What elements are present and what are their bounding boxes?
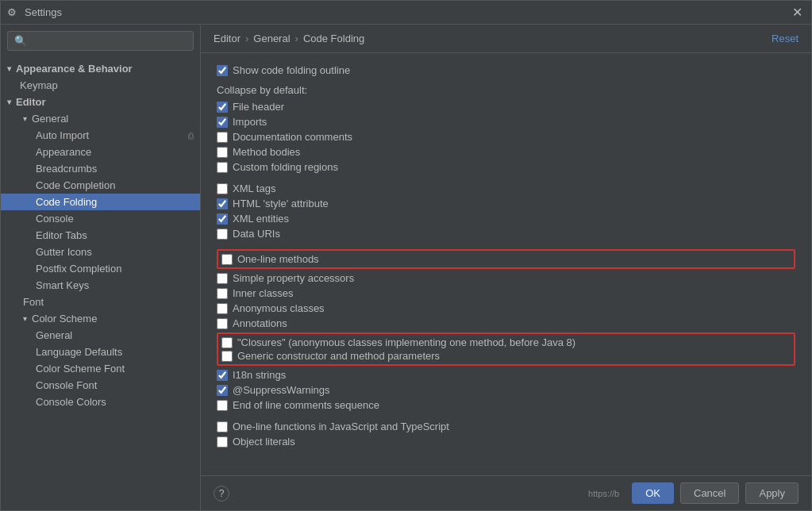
custom-folding-checkbox[interactable]: [217, 162, 228, 173]
sidebar: 🔍 ▾ Appearance & Behavior Keymap ▾ Edito…: [1, 25, 201, 510]
breadcrumb-sep2: ›: [295, 33, 298, 44]
sidebar-item-smart-keys[interactable]: Smart Keys: [1, 277, 200, 294]
object-literals-checkbox[interactable]: [217, 436, 228, 448]
apply-button[interactable]: Apply: [745, 482, 799, 504]
one-line-methods-checkbox[interactable]: [221, 254, 233, 265]
sidebar-item-general[interactable]: ▾ General: [1, 110, 200, 127]
method-bodies-label: Method bodies: [233, 146, 300, 158]
reset-button[interactable]: Reset: [772, 33, 799, 44]
sidebar-item-keymap[interactable]: Keymap: [1, 77, 200, 94]
main-panel: Editor › General › Code Folding Reset Sh…: [201, 25, 811, 510]
sidebar-item-code-completion[interactable]: Code Completion: [1, 177, 200, 194]
method-bodies-row: Method bodies: [217, 144, 795, 159]
closures-checkbox[interactable]: [221, 337, 233, 348]
xml-entities-row: XML entities: [217, 211, 795, 226]
help-button[interactable]: ?: [214, 486, 229, 501]
window-title: Settings: [25, 6, 789, 18]
html-style-row: HTML 'style' attribute: [217, 196, 795, 211]
breadcrumb: Editor › General › Code Folding Reset: [201, 25, 811, 53]
search-input[interactable]: [30, 35, 187, 47]
sidebar-item-breadcrumbs[interactable]: Breadcrumbs: [1, 160, 200, 177]
show-outline-label: Show code folding outline: [233, 64, 350, 76]
collapse-label: Collapse by default:: [217, 78, 795, 99]
inner-classes-checkbox[interactable]: [217, 288, 228, 299]
inner-classes-label: Inner classes: [233, 287, 294, 299]
sidebar-item-postfix-completion[interactable]: Postfix Completion: [1, 260, 200, 277]
custom-folding-row: Custom folding regions: [217, 159, 795, 175]
anonymous-classes-row: Anonymous classes: [217, 301, 795, 316]
search-icon: 🔍: [14, 35, 27, 47]
one-line-methods-label: One-line methods: [237, 253, 319, 265]
xml-tags-checkbox[interactable]: [217, 183, 228, 194]
closures-row: "Closures" (anonymous classes implementi…: [221, 336, 791, 349]
doc-comments-row: Documentation comments: [217, 129, 795, 144]
breadcrumb-sep1: ›: [245, 33, 248, 44]
expand-arrow: ▾: [23, 114, 27, 123]
sidebar-item-appearance[interactable]: Appearance: [1, 144, 200, 160]
sidebar-item-gutter-icons[interactable]: Gutter Icons: [1, 244, 200, 260]
sidebar-item-editor[interactable]: ▾ Editor: [1, 94, 200, 110]
close-button[interactable]: ✕: [789, 5, 805, 21]
sidebar-item-console-colors[interactable]: Console Colors: [1, 394, 200, 410]
breadcrumb-path: Editor › General › Code Folding: [214, 33, 364, 44]
file-header-checkbox[interactable]: [217, 102, 228, 113]
data-uris-checkbox[interactable]: [217, 229, 228, 240]
expand-arrow: ▾: [7, 64, 11, 73]
simple-property-row: Simple property accessors: [217, 271, 795, 286]
object-literals-row: Object literals: [217, 434, 795, 449]
one-line-functions-row: One-line functions in JavaScript and Typ…: [217, 419, 795, 434]
sidebar-item-color-scheme-font[interactable]: Color Scheme Font: [1, 360, 200, 377]
i18n-checkbox[interactable]: [217, 370, 228, 381]
i18n-row: I18n strings: [217, 367, 795, 382]
show-outline-row: Show code folding outline: [217, 63, 795, 78]
sidebar-item-auto-import[interactable]: Auto Import ⎙: [1, 127, 200, 144]
sidebar-item-editor-tabs[interactable]: Editor Tabs: [1, 227, 200, 244]
imports-row: Imports: [217, 114, 795, 129]
sidebar-tree: ▾ Appearance & Behavior Keymap ▾ Editor …: [1, 57, 200, 510]
end-of-line-row: End of line comments sequence: [217, 398, 795, 413]
object-literals-label: Object literals: [233, 436, 295, 448]
search-box[interactable]: 🔍: [7, 31, 194, 51]
annotations-row: Annotations: [217, 316, 795, 331]
title-bar: ⚙ Settings ✕: [1, 1, 811, 25]
main-content: 🔍 ▾ Appearance & Behavior Keymap ▾ Edito…: [1, 25, 811, 510]
settings-icon: ⚙: [7, 6, 20, 19]
sidebar-item-code-folding[interactable]: Code Folding: [1, 194, 200, 210]
anonymous-classes-checkbox[interactable]: [217, 303, 228, 314]
imports-label: Imports: [233, 116, 267, 128]
sidebar-item-console[interactable]: Console: [1, 210, 200, 227]
suppress-warnings-checkbox[interactable]: [217, 385, 228, 396]
annotations-checkbox[interactable]: [217, 318, 228, 329]
sidebar-item-color-scheme-general[interactable]: General: [1, 327, 200, 344]
data-uris-row: Data URIs: [217, 226, 795, 241]
doc-comments-checkbox[interactable]: [217, 132, 228, 143]
end-of-line-checkbox[interactable]: [217, 400, 228, 411]
xml-tags-label: XML tags: [233, 182, 275, 194]
expand-arrow: ▾: [23, 314, 27, 323]
one-line-functions-checkbox[interactable]: [217, 421, 228, 432]
cancel-button[interactable]: Cancel: [680, 482, 739, 504]
ok-button[interactable]: OK: [632, 482, 674, 504]
sidebar-item-appearance-behavior[interactable]: ▾ Appearance & Behavior: [1, 60, 200, 77]
bottom-bar: ? https://b OK Cancel Apply: [201, 475, 811, 510]
generic-constructor-checkbox[interactable]: [221, 351, 233, 362]
simple-property-checkbox[interactable]: [217, 273, 228, 284]
sidebar-item-console-font[interactable]: Console Font: [1, 377, 200, 394]
file-header-label: File header: [233, 101, 284, 113]
imports-checkbox[interactable]: [217, 117, 228, 128]
html-style-checkbox[interactable]: [217, 198, 228, 209]
one-line-functions-label: One-line functions in JavaScript and Typ…: [233, 421, 449, 432]
anonymous-classes-label: Anonymous classes: [233, 302, 325, 314]
url-hint: https://b: [588, 489, 619, 498]
highlighted-group-1: One-line methods: [217, 249, 795, 269]
xml-entities-checkbox[interactable]: [217, 213, 228, 225]
doc-comments-label: Documentation comments: [233, 131, 352, 143]
breadcrumb-general: General: [253, 33, 290, 44]
suppress-warnings-label: @SuppressWarnings: [233, 384, 330, 396]
show-outline-checkbox[interactable]: [217, 65, 228, 76]
expand-arrow: ▾: [7, 98, 11, 106]
method-bodies-checkbox[interactable]: [217, 147, 228, 158]
sidebar-item-language-defaults[interactable]: Language Defaults: [1, 344, 200, 360]
sidebar-item-font[interactable]: Font: [1, 294, 200, 310]
sidebar-item-color-scheme[interactable]: ▾ Color Scheme: [1, 310, 200, 327]
